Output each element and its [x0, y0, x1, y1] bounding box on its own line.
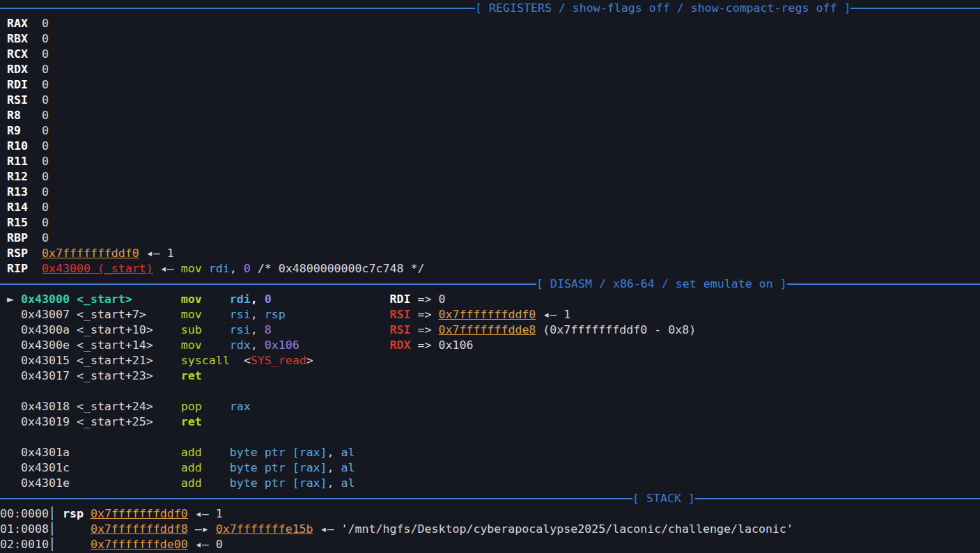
register-row-rax: RAX 0 [0, 16, 980, 31]
register-row-r14: R14 0 [0, 200, 980, 215]
register-row-r10: R10 0 [0, 139, 980, 154]
register-row-r9: R9 0 [0, 123, 980, 139]
header-rule-left [0, 498, 632, 499]
header-rule-right [850, 8, 980, 9]
disasm-row-0x43019: 0x43019 <_start+25> ret [0, 414, 980, 430]
disasm-panel-header: [ DISASM / x86-64 / set emulate on ] [0, 276, 980, 292]
header-rule-right [787, 283, 980, 285]
disasm-row-0x4300e: 0x4300e <_start+14> mov rdx, 0x106 RDX =… [0, 338, 980, 353]
stack-row-01-0008: 01:0008│ 0x7fffffffddf8 —▸ 0x7fffffffe15… [0, 522, 980, 537]
disasm-row-0x4301a: 0x4301a add byte ptr [rax], al [0, 445, 980, 460]
register-row-rbp: RBP 0 [0, 231, 980, 246]
register-row-rdi: RDI 0 [0, 77, 980, 93]
stack-rows: 00:0000│ rsp 0x7fffffffddf0 ◂— 101:0008│… [0, 506, 980, 552]
disasm-row-0x4301e: 0x4301e add byte ptr [rax], al [0, 476, 980, 491]
register-row-rbx: RBX 0 [0, 31, 980, 47]
header-rule-left [0, 283, 536, 285]
stack-panel-title: [ STACK ] [632, 491, 695, 506]
disasm-row-0x43017: 0x43017 <_start+23> ret [0, 368, 980, 384]
stack-row-02-0010: 02:0010│ 0x7fffffffde00 ◂— 0 [0, 537, 980, 552]
register-row-rsi: RSI 0 [0, 93, 980, 108]
disasm-row-blank [0, 430, 980, 445]
stack-row-00-0000: 00:0000│ rsp 0x7fffffffddf0 ◂— 1 [0, 506, 980, 522]
register-row-r12: R12 0 [0, 169, 980, 185]
register-row-r11: R11 0 [0, 154, 980, 169]
disasm-row-0x4300a: 0x4300a <_start+10> sub rsi, 8 RSI => 0x… [0, 322, 980, 338]
stack-panel-header: [ STACK ] [0, 491, 980, 506]
register-row-rcx: RCX 0 [0, 47, 980, 62]
register-row-r8: R8 0 [0, 108, 980, 123]
disasm-row-0x43018: 0x43018 <_start+24> pop rax [0, 399, 980, 414]
register-row-rip: RIP 0x43000 (_start) ◂— mov rdi, 0 /* 0x… [0, 261, 980, 276]
register-row-rdx: RDX 0 [0, 62, 980, 77]
disasm-rows: ► 0x43000 <_start> mov rdi, 0 RDI => 0 0… [0, 292, 980, 491]
disasm-row-blank [0, 384, 980, 399]
header-rule-right [695, 498, 980, 499]
header-rule-left [0, 8, 475, 9]
registers-panel-title: [ REGISTERS / show-flags off / show-comp… [475, 1, 850, 16]
register-row-r15: R15 0 [0, 215, 980, 231]
stack-panel: [ STACK ] 00:0000│ rsp 0x7fffffffddf0 ◂—… [0, 491, 980, 552]
registers-panel: [ REGISTERS / show-flags off / show-comp… [0, 1, 980, 276]
disasm-panel: [ DISASM / x86-64 / set emulate on ] ► 0… [0, 276, 980, 491]
disasm-row-0x43000: ► 0x43000 <_start> mov rdi, 0 RDI => 0 [0, 292, 980, 307]
registers-panel-header: [ REGISTERS / show-flags off / show-comp… [0, 1, 980, 16]
disasm-row-0x4301c: 0x4301c add byte ptr [rax], al [0, 460, 980, 476]
registers-rows: RAX 0 RBX 0 RCX 0 RDX 0 RDI 0 RSI 0 R8 0… [0, 16, 980, 276]
register-row-rsp: RSP 0x7fffffffddf0 ◂— 1 [0, 246, 980, 261]
register-row-r13: R13 0 [0, 185, 980, 200]
disasm-row-0x43007: 0x43007 <_start+7> mov rsi, rsp RSI => 0… [0, 307, 980, 322]
disasm-row-0x43015: 0x43015 <_start+21> syscall <SYS_read> [0, 353, 980, 368]
debugger-terminal[interactable]: [ REGISTERS / show-flags off / show-comp… [0, 0, 980, 553]
disasm-panel-title: [ DISASM / x86-64 / set emulate on ] [536, 276, 787, 292]
